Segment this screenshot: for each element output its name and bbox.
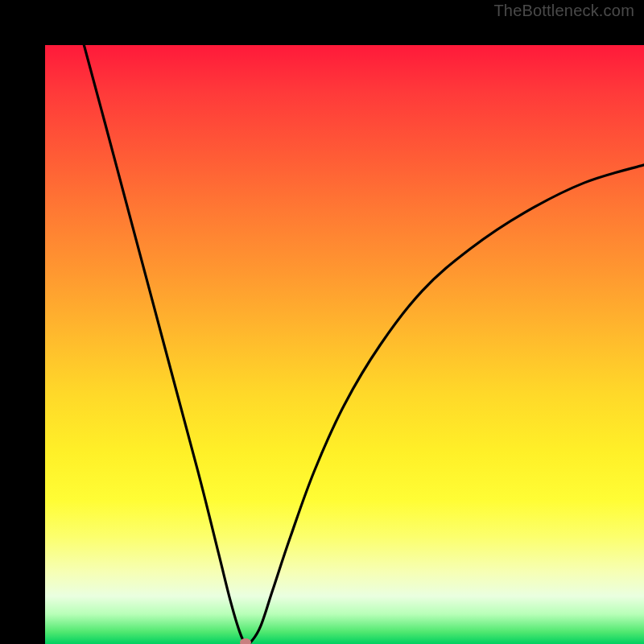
chart-frame (0, 0, 644, 644)
plot-area (45, 45, 644, 644)
watermark-text: TheBottleneck.com (493, 2, 634, 20)
bottleneck-curve (84, 45, 644, 644)
minimum-marker-icon (240, 638, 251, 644)
curve-svg (45, 45, 644, 644)
